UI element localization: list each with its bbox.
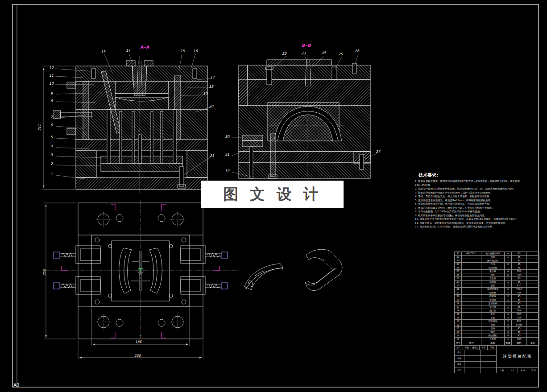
scale-label: 比例 [497,368,507,373]
bom-name: 支承板 [481,277,505,281]
bom-no: 25 [455,277,462,281]
bom-name: 限位螺钉 [481,334,505,338]
bom-no: 15 [455,313,462,316]
watermark-text: 图 文 设 计 [223,184,322,205]
bom-name: 定模板 [481,298,505,302]
bom-name: 内六角螺钉M8 [481,252,505,256]
bom-material: 45 [512,298,527,302]
bom-code [462,327,481,330]
bom-code [462,291,481,295]
callout-17: 17 [210,75,215,79]
technical-requirement-item: 6. 推出机构动作灵活平稳，推杆复位准确可靠，与固定板孔配合一致。 [415,202,535,206]
bom-no: 14 [455,316,462,320]
bom-no: 9 [455,334,462,338]
bom-no: 31 [455,256,462,259]
bom-code [462,320,481,323]
bom-qty: 4 [505,313,512,316]
bom-no: 30 [455,259,462,263]
callout-5: 5 [50,135,53,139]
bom-code [462,263,481,266]
bom-note [527,298,539,302]
bom-name: 导柱 [481,313,505,316]
callout-25: 25 [338,52,343,56]
view-section-b [232,54,377,184]
bom-qty: 4 [505,334,512,338]
scale-value: 1:1 [507,368,518,373]
bom-name: 动模板 [481,281,505,284]
section-a-label: A-A [140,45,150,50]
bom-name: 导套 [481,316,505,320]
bom-name: 挡块 [481,327,505,330]
bom-no: 19 [455,298,462,302]
bom-no: 20 [455,295,462,298]
dim-230: 230 [134,354,141,358]
bom-code [462,288,481,291]
bom-no: 13 [455,320,462,323]
bom-material: 45 [512,295,527,298]
bom-code [462,284,481,288]
callout-26: 26 [355,49,359,53]
callout-31: 31 [225,153,229,157]
bom-code [462,266,481,270]
bom-note [527,338,539,341]
bom-no: 18 [455,302,462,305]
bom-no: 21 [455,291,462,295]
bom-note [527,334,539,338]
bom-qty: 4 [505,270,512,273]
bom-no: 32 [455,252,462,256]
bom-row: 25 支承板 1 45 [455,277,539,281]
bom-code: GB/T70.1 [462,252,481,256]
callout-21: 21 [210,154,214,158]
check-label: 校核 [455,356,464,361]
sheet-count: 共 张 [518,368,529,373]
bom-row: 17 定位圈 1 45 [455,305,539,309]
bom-qty: 2 [505,288,512,291]
bom-material: P20 [512,320,527,323]
sheet-page: 第 张 [528,368,539,373]
bom-material: 45 [512,252,527,256]
bom-qty: 1 [505,309,512,313]
dim-250: 250 [42,269,46,276]
callout-16: 16 [193,49,198,53]
callout-24: 24 [322,50,326,54]
bom-note [527,266,539,270]
bom-no: 24 [455,281,462,284]
bom-row: 23 型芯 2 P20 [455,284,539,288]
bom-qty: 1 [505,266,512,270]
bom-row: 8 拉料杆 1 T8A [455,338,539,341]
bom-name: 型腔镶块 [481,320,505,323]
bom-no: 11 [455,327,462,330]
bom-name: 定模座板 [481,302,505,305]
bom-material: 45 [512,334,527,338]
bom-row: 19 定模板 1 45 [455,298,539,302]
bom-row: 10 螺杆 2 45 [455,330,539,334]
bom-name: 侧型芯滑块 [481,288,505,291]
technical-requirement-item: 5. 浇注系统流道表面抛光，粗糙度Ra0.8μm，不得有影响脱模的划痕。 [415,198,535,202]
bom-name: 推杆 [481,273,505,277]
title-block-mark-label: 更改文件号 [471,346,480,350]
title-block-mark-label: 标记 [455,346,463,350]
bom-material: 45 [512,277,527,281]
bom-name: 型芯 [481,284,505,288]
title-block-mark-label: 日期 [488,346,496,350]
bom-code [462,330,481,334]
title-block-mark-row: 标记处数更改文件号签字日期 [455,346,496,350]
bom-no: 27 [455,270,462,273]
bom-code [462,281,481,284]
bom-qty: 2 [505,295,512,298]
bom-and-title-block: 32 GB/T70.1 内六角螺钉M8 4 45 31 推板 1 45 [454,252,539,373]
callout-27: 27 [376,150,380,154]
bom-material: T8A [512,273,527,277]
bom-qty: 1 [505,277,512,281]
bom-material: P20 [512,284,527,288]
bom-note [527,327,539,330]
title-block-mark-label: 处数 [463,346,472,350]
bom-qty: 4 [505,316,512,320]
callout-10: 10 [49,82,54,86]
bom-code [462,323,481,327]
bom-note [527,277,539,281]
bom-name: 垫块 [481,263,505,266]
bom-qty: 2 [505,284,512,288]
callout-22: 22 [282,52,286,56]
bom-no: 17 [455,305,462,309]
